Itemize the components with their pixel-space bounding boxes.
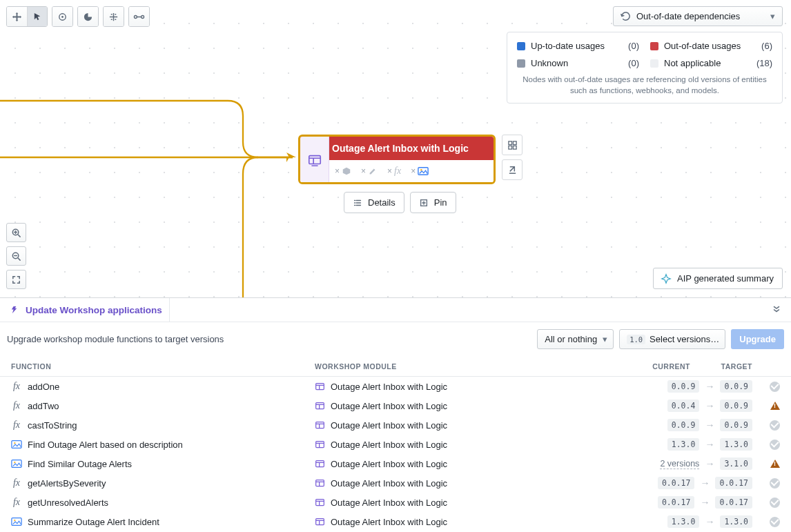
function-name: addTwo bbox=[28, 401, 59, 411]
ok-icon bbox=[770, 420, 780, 431]
arrow-right-icon: → bbox=[700, 497, 710, 508]
node-outage-alert-inbox[interactable]: Outage Alert Inbox with Logic × × ×fx × bbox=[298, 135, 496, 184]
ai-function-icon bbox=[11, 440, 22, 449]
workshop-module-icon bbox=[315, 459, 325, 469]
functions-table: Function Workshop Module Current Target … bbox=[0, 356, 791, 531]
legend-item: Up-to-date usages (0) bbox=[517, 41, 639, 51]
table-row[interactable]: Find Outage Alert based on descriptionOu… bbox=[0, 435, 791, 454]
node-body: × × ×fx × bbox=[300, 160, 494, 182]
details-button[interactable]: Details bbox=[344, 192, 404, 213]
link-tool[interactable] bbox=[129, 7, 149, 26]
expand-node-button[interactable] bbox=[502, 135, 523, 155]
function-name: castToString bbox=[28, 420, 77, 431]
svg-rect-10 bbox=[513, 146, 516, 149]
panel-collapse-button[interactable] bbox=[769, 302, 784, 319]
current-version: 0.0.9 bbox=[667, 380, 700, 393]
arrow-right-icon: → bbox=[705, 458, 714, 469]
legend-swatch bbox=[517, 59, 525, 68]
panel-tab-update-workshop[interactable]: Update Workshop applications bbox=[7, 298, 170, 322]
svg-rect-8 bbox=[513, 141, 516, 144]
table-row[interactable]: Summarize Outage Alert IncidentOutage Al… bbox=[0, 512, 791, 531]
svg-point-3 bbox=[141, 15, 144, 18]
target-version: 0.0.9 bbox=[720, 400, 752, 412]
arrow-right-icon: → bbox=[705, 439, 714, 450]
legend-count: (18) bbox=[756, 58, 772, 68]
svg-point-2 bbox=[134, 15, 137, 18]
node-header: Outage Alert Inbox with Logic bbox=[300, 137, 494, 160]
legend-swatch bbox=[650, 59, 658, 68]
module-name: Outage Alert Inbox with Logic bbox=[331, 382, 447, 392]
svg-point-1 bbox=[61, 16, 64, 18]
workshop-module-icon bbox=[315, 401, 325, 411]
graph-canvas[interactable]: Out-of-date dependencies ▾ Up-to-date us… bbox=[0, 0, 791, 298]
mode-select[interactable]: All or nothing ▾ bbox=[537, 329, 614, 349]
arrow-right-icon: → bbox=[700, 477, 710, 489]
select-versions-button[interactable]: 1.0 Select versions… bbox=[619, 329, 725, 349]
function-name: getUnresolvedAlerts bbox=[28, 497, 108, 508]
upgrade-label: Upgrade bbox=[739, 334, 776, 344]
chip-object: × bbox=[335, 166, 351, 176]
current-version-multi: 2 versions bbox=[660, 459, 699, 469]
dependency-filter-select[interactable]: Out-of-date dependencies ▾ bbox=[613, 6, 783, 26]
move-tool[interactable] bbox=[7, 7, 27, 26]
ok-icon bbox=[770, 517, 780, 527]
module-name: Outage Alert Inbox with Logic bbox=[331, 497, 447, 508]
table-row[interactable]: Find Similar Outage AlertsOutage Alert I… bbox=[0, 454, 791, 473]
aip-summary-button[interactable]: AIP generated summary bbox=[653, 268, 783, 289]
select-tool[interactable] bbox=[27, 7, 47, 26]
table-row[interactable]: fxaddOneOutage Alert Inbox with Logic0.0… bbox=[0, 377, 791, 396]
current-version: 0.0.17 bbox=[658, 496, 695, 509]
chip-function: ×fx bbox=[387, 166, 401, 177]
mode-select-label: All or nothing bbox=[545, 334, 597, 344]
svg-point-6 bbox=[420, 169, 422, 171]
target-version: 1.3.0 bbox=[720, 515, 752, 528]
svg-rect-14 bbox=[316, 383, 324, 389]
svg-rect-15 bbox=[316, 402, 324, 408]
collapse-node-button[interactable] bbox=[502, 159, 523, 180]
legend-count: (0) bbox=[628, 58, 639, 68]
table-row[interactable]: fxgetAlertsBySeverityOutage Alert Inbox … bbox=[0, 473, 791, 493]
node-side-actions bbox=[502, 135, 523, 180]
legend-swatch bbox=[517, 42, 525, 50]
chip-image: × bbox=[411, 166, 429, 176]
th-target: Target bbox=[690, 362, 752, 371]
details-label: Details bbox=[368, 197, 396, 208]
svg-rect-24 bbox=[316, 499, 324, 505]
ai-function-icon bbox=[11, 459, 22, 469]
current-version: 0.0.9 bbox=[667, 419, 700, 431]
svg-point-26 bbox=[14, 520, 15, 521]
table-row[interactable]: fxcastToStringOutage Alert Inbox with Lo… bbox=[0, 415, 791, 435]
table-row[interactable]: fxgetUnresolvedAlertsOutage Alert Inbox … bbox=[0, 493, 791, 512]
pin-button[interactable]: Pin bbox=[410, 192, 456, 213]
chevron-down-icon: ▾ bbox=[603, 334, 607, 344]
svg-rect-19 bbox=[316, 441, 324, 447]
ok-icon bbox=[770, 440, 780, 450]
arrow-right-icon: → bbox=[705, 516, 714, 527]
workshop-module-icon bbox=[315, 517, 325, 527]
legend-swatch bbox=[650, 42, 658, 50]
panel-tab-label: Update Workshop applications bbox=[26, 305, 162, 315]
pie-tool[interactable] bbox=[78, 7, 98, 26]
zoom-out-button[interactable] bbox=[6, 246, 26, 266]
select-versions-label: Select versions… bbox=[650, 334, 719, 344]
workshop-module-icon bbox=[315, 440, 325, 450]
table-row[interactable]: fxaddTwoOutage Alert Inbox with Logic0.0… bbox=[0, 396, 791, 415]
node-title: Outage Alert Inbox with Logic bbox=[332, 143, 469, 154]
function-name: addOne bbox=[28, 382, 59, 392]
table-header: Function Workshop Module Current Target bbox=[0, 356, 791, 377]
panel-subheader: Upgrade workshop module functions to tar… bbox=[0, 322, 791, 356]
update-icon bbox=[10, 305, 20, 315]
upgrade-button[interactable]: Upgrade bbox=[731, 329, 784, 349]
panel-header: Update Workshop applications bbox=[0, 298, 791, 322]
fit-view-button[interactable] bbox=[6, 270, 26, 289]
function-icon: fx bbox=[11, 381, 22, 392]
target-version: 3.1.0 bbox=[720, 457, 752, 470]
mini-version-badge: 1.0 bbox=[627, 335, 645, 344]
grid-snap-tool[interactable] bbox=[104, 7, 124, 26]
center-tool[interactable] bbox=[52, 7, 72, 26]
zoom-in-button[interactable] bbox=[6, 223, 26, 242]
function-icon: fx bbox=[11, 477, 22, 489]
svg-point-21 bbox=[14, 462, 15, 463]
legend-count: (6) bbox=[761, 41, 772, 51]
workshop-app-icon bbox=[300, 137, 329, 183]
